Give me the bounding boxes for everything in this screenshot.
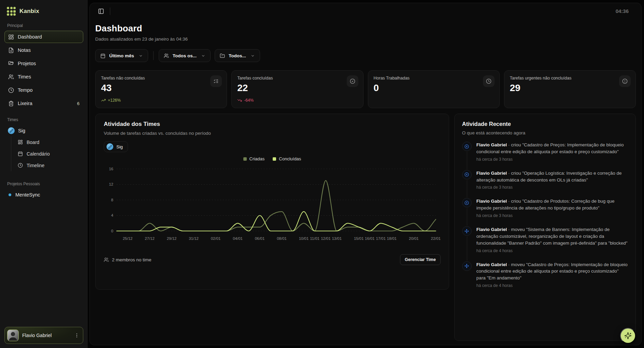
sidebar-toggle-icon[interactable] [98, 8, 104, 14]
sidebar-item-calendario[interactable]: Calendário [14, 148, 83, 159]
activity-timestamp: há cerca de 3 horas [476, 157, 628, 162]
activity-item[interactable]: Flavio Gabrielmoveu "Cadastro de Preços:… [462, 261, 628, 288]
user-profile-card[interactable]: Flavio Gabriel [4, 327, 83, 344]
dashboard-columns: Atividade dos Times Volume de tarefas cr… [95, 114, 636, 341]
clock-icon [8, 87, 14, 93]
legend-criadas: Criadas [243, 156, 265, 161]
svg-text:13/01: 13/01 [332, 236, 342, 241]
filter-bar: Último mês Todos os... Todos... [95, 49, 636, 62]
activity-timestamp: há cerca de 3 horas [476, 185, 628, 190]
stat-value: 22 [237, 83, 357, 93]
board-grid-icon [18, 140, 23, 145]
sidebar-item-label: Times [18, 74, 31, 79]
stat-label: Tarefas urgentes não concluídas [510, 76, 630, 81]
user-name: Flavio Gabriel [22, 333, 52, 338]
alert-circle-icon [619, 75, 631, 87]
stat-value: 43 [101, 83, 221, 93]
stat-label: Tarefas não concluídas [101, 76, 221, 81]
stat-label: Tarefas concluídas [237, 76, 357, 81]
stat-trend: -64% [237, 98, 357, 103]
activity-item[interactable]: Flavio Gabrielcriou "Operação Logística:… [462, 170, 628, 198]
svg-text:29/12: 29/12 [167, 236, 177, 241]
chevron-down-icon [251, 54, 255, 58]
move-icon [462, 261, 472, 271]
chart-subtitle: Volume de tarefas criadas vs. concluídas… [104, 131, 441, 136]
team-members-count: 2 membros no time [104, 257, 152, 262]
legend-swatch-concluidas [273, 157, 276, 161]
period-filter-value: Último mês [109, 53, 134, 58]
sidebar-team-sig[interactable]: Sig [4, 125, 83, 136]
stat-trend: +126% [101, 98, 221, 103]
project-dot-icon [9, 193, 11, 196]
dashboard-content: Dashboard Dados atualizados em 23 de jan… [90, 19, 641, 341]
activity-title: Atividade Recente [462, 121, 628, 127]
manage-team-button[interactable]: Gerenciar Time [400, 254, 441, 265]
sidebar-item-timeline[interactable]: Timeline [14, 160, 83, 171]
clock-icon [483, 75, 495, 87]
brand: Kanbix [4, 6, 83, 16]
stat-card-tarefas-concluidas: Tarefas concluídas 22 -64% [231, 70, 363, 108]
trash-count-badge: 6 [77, 101, 80, 106]
topbar: 04:36 [90, 3, 641, 19]
stat-card-horas-trabalhadas: Horas Trabalhadas 0 [368, 70, 500, 108]
trending-up-icon [101, 98, 106, 103]
recent-activity-card: Atividade Recente O que está acontecendo… [454, 114, 636, 341]
filter-divider [153, 51, 154, 60]
team-chip-label: Sig [116, 144, 123, 149]
chart-legend: Criadas Concluídas [104, 156, 441, 161]
chevron-down-icon [201, 54, 205, 58]
sidebar-item-label: Timeline [27, 163, 44, 168]
sidebar-item-dashboard[interactable]: Dashboard [4, 31, 83, 43]
svg-text:12: 12 [109, 182, 113, 186]
sidebar-item-times[interactable]: Times [4, 71, 83, 83]
chart-title: Atividade dos Times [104, 121, 441, 128]
activity-item[interactable]: Flavio Gabrielmoveu "Sistema de Banners:… [462, 226, 628, 261]
activity-item[interactable]: Flavio Gabrielcriou "Cadastro de Produto… [462, 198, 628, 226]
team-activity-line-chart: 048121625/1227/1229/1231/1202/0104/0106/… [104, 163, 441, 246]
sidebar-item-notas[interactable]: Notas [4, 44, 83, 56]
check-circle-icon [347, 75, 358, 87]
sidebar-item-label: Dashboard [18, 34, 42, 40]
stat-value: 0 [374, 83, 494, 93]
activity-user: Flavio Gabriel [476, 199, 507, 204]
stat-label: Horas Trabalhadas [374, 76, 494, 81]
stat-cards-row: Tarefas não concluídas 43 +126% Tarefas … [95, 70, 636, 108]
project-filter-dropdown[interactable]: Todos... [215, 49, 260, 62]
team-chip-sig[interactable]: Sig [104, 141, 128, 152]
activity-item[interactable]: Flavio Gabrielcriou "Cadastro de Preços:… [462, 142, 628, 170]
sidebar-item-lixeira[interactable]: Lixeira 6 [4, 97, 83, 110]
svg-text:25/12: 25/12 [123, 236, 133, 241]
page-subtitle: Dados atualizados em 23 de janeiro às 04… [95, 37, 636, 42]
activity-subtitle: O que está acontecendo agora [462, 130, 628, 135]
users-icon [8, 74, 14, 80]
sidebar-item-tempo[interactable]: Tempo [4, 84, 83, 96]
plus-circle-icon [462, 198, 472, 207]
activity-user: Flavio Gabriel [476, 171, 507, 176]
svg-text:4: 4 [111, 213, 114, 217]
period-filter-dropdown[interactable]: Último mês [95, 49, 148, 62]
user-menu-kebab-icon[interactable] [74, 333, 80, 338]
svg-text:20/01: 20/01 [409, 236, 419, 241]
timeline-clock-icon [18, 163, 23, 168]
sidebar-item-label: Projetos [18, 61, 36, 66]
folder-icon [220, 53, 225, 58]
activity-timestamp: há cerca de 4 horas [476, 248, 628, 253]
chevron-down-icon [139, 54, 143, 58]
sidebar-item-mentesync[interactable]: MenteSync [4, 189, 83, 201]
svg-text:11/01: 11/01 [310, 236, 319, 241]
svg-text:16: 16 [109, 167, 113, 171]
main-panel: 04:36 Dashboard Dados atualizados em 23 … [89, 3, 642, 345]
svg-text:22/01: 22/01 [431, 236, 441, 241]
sidebar-item-board[interactable]: Board [14, 136, 83, 148]
sidebar-item-projetos[interactable]: Projetos [4, 57, 83, 70]
note-icon [8, 47, 14, 53]
avatar [7, 330, 19, 341]
move-icon [462, 226, 472, 236]
trash-icon [8, 101, 14, 106]
stat-value: 29 [510, 83, 630, 93]
sidebar-item-label: Tempo [18, 87, 33, 93]
team-filter-dropdown[interactable]: Todos os... [159, 49, 211, 62]
ai-assistant-fab[interactable] [620, 328, 636, 344]
stat-card-tarefas-urgentes: Tarefas urgentes não concluídas 29 [504, 70, 636, 108]
activity-user: Flavio Gabriel [476, 262, 507, 267]
